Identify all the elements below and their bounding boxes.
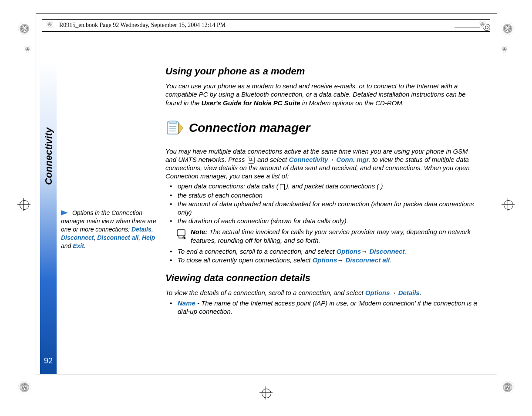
note-icon (176, 229, 188, 239)
body-content: Using your phone as a modem You can use … (165, 65, 479, 317)
header-rule-bottom (42, 31, 490, 32)
printer-wheel-icon (18, 23, 30, 35)
printer-wheel-small-icon (24, 46, 31, 53)
heading-connection-details: Viewing data connection details (165, 272, 479, 284)
printer-wheel-small-icon (501, 46, 508, 53)
list-item: the status of each connection (165, 191, 479, 199)
list-item: To close all currently open connections,… (165, 256, 479, 264)
list-item: the amount of data uploaded and download… (165, 200, 479, 216)
heading-modem: Using your phone as a modem (165, 65, 479, 77)
list-item: the duration of each connection (shown f… (165, 217, 479, 225)
heading-connection-manager: Connection manager (165, 119, 479, 137)
printer-wheel-icon (18, 381, 30, 393)
list-item: Name - The name of the Internet access p… (165, 299, 479, 315)
menu-key-icon (248, 157, 255, 164)
bullet-list: To end a connection, scroll to a connect… (165, 247, 479, 264)
note-block: Note: The actual time invoiced for calls… (176, 228, 479, 244)
page-number: 92 (40, 356, 57, 366)
margin-tip: Options in the Connection manager main v… (61, 209, 161, 250)
tip-arrow-icon (61, 210, 68, 215)
svg-rect-1 (169, 121, 177, 124)
binding-wheel-icon (46, 21, 53, 28)
svg-rect-5 (177, 230, 185, 236)
registration-target-icon (502, 198, 515, 211)
page-header-text: R0915_en.book Page 92 Wednesday, Septemb… (59, 22, 226, 29)
printer-wheel-icon (502, 23, 514, 35)
printer-wheel-icon (502, 381, 514, 393)
section-tab-label: Connectivity (43, 127, 54, 223)
binding-wheel-icon (479, 21, 486, 28)
list-item: To end a connection, scroll to a connect… (165, 247, 479, 255)
paragraph: You can use your phone as a modem to sen… (165, 82, 479, 107)
data-call-icon (280, 184, 285, 190)
bullet-list: open data connections: data calls (), an… (165, 182, 479, 225)
header-rule-top (42, 19, 490, 20)
paragraph: You may have multiple data connections a… (165, 147, 479, 181)
registration-target-icon (259, 386, 273, 399)
section-tab: Connectivity 92 (40, 61, 57, 374)
list-item: open data connections: data calls (), an… (165, 182, 479, 190)
paragraph: To view the details of a connection, scr… (165, 289, 479, 297)
registration-target-icon (17, 198, 30, 211)
bullet-list: Name - The name of the Internet access p… (165, 299, 479, 315)
connection-manager-icon (165, 119, 185, 137)
